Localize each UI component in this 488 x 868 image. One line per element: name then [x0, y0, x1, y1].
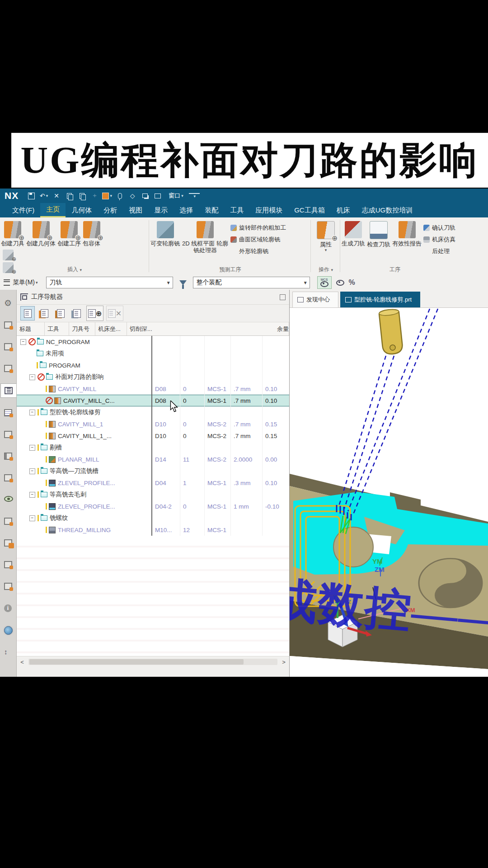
assembly-button[interactable]: [1, 318, 15, 332]
paste-icon[interactable]: [76, 191, 87, 201]
ribbon-button[interactable]: 2D 线框平面 轮廓铣处理器: [182, 221, 229, 254]
window-icon[interactable]: [152, 191, 163, 201]
column-header[interactable]: 工具: [45, 322, 69, 335]
table-row[interactable]: −补面对刀路的影响: [17, 371, 289, 383]
column-header[interactable]: 切削深...: [127, 322, 274, 335]
menu-item[interactable]: 选择: [174, 203, 199, 217]
menu-item[interactable]: 分析: [98, 203, 123, 217]
column-header[interactable]: 标题: [17, 322, 45, 335]
web-button[interactable]: [1, 623, 15, 637]
chevron-down-icon[interactable]: ▼: [166, 280, 171, 285]
ribbon-list-button[interactable]: 机床仿真: [422, 234, 455, 245]
expand-toggle[interactable]: −: [29, 410, 35, 415]
spark-button[interactable]: [1, 558, 15, 571]
graphics-viewport[interactable]: 发现中心 型腔铣-轮廓线修剪.prt: [290, 290, 488, 677]
window-menu[interactable]: 窗口: [169, 192, 180, 200]
layers-button[interactable]: [1, 471, 15, 485]
expand-button[interactable]: [1, 645, 15, 658]
operation-navigator-button[interactable]: [0, 383, 16, 398]
menu-item[interactable]: 志成UG数控培训: [356, 203, 419, 217]
machine-tool-button[interactable]: [1, 428, 15, 441]
expand-toggle[interactable]: −: [29, 374, 35, 380]
menu-item[interactable]: 主页: [40, 203, 66, 217]
menu-item[interactable]: 装配: [199, 203, 224, 217]
table-row[interactable]: −等高铣去毛刺: [17, 489, 289, 500]
save-icon[interactable]: [26, 191, 37, 201]
gesture-icon[interactable]: ◇: [127, 191, 138, 201]
table-row[interactable]: −铣螺纹: [17, 512, 289, 524]
group-label-operation[interactable]: 工序: [341, 266, 449, 274]
table-row[interactable]: ZLEVEL_PROFILE...D041MCS-1.3 mm0.10: [17, 477, 289, 489]
scrollbar-thumb[interactable]: [29, 659, 244, 665]
viewport-tab[interactable]: 发现中心: [292, 292, 338, 307]
part-button[interactable]: [1, 362, 15, 375]
filter-icon[interactable]: [179, 280, 187, 285]
ribbon-button[interactable]: 可变轮廓铣: [150, 221, 180, 247]
scroll-left-button[interactable]: <: [17, 656, 28, 667]
ribbon-button[interactable]: 创建几何体: [26, 221, 56, 247]
table-row[interactable]: 未用项: [17, 348, 289, 359]
table-row[interactable]: ZLEVEL_PROFILE...D04-20MCS-11 mm-0.10: [17, 500, 289, 512]
info-button[interactable]: [1, 601, 15, 615]
settings-button[interactable]: [1, 297, 15, 310]
column-header[interactable]: 机床坐...: [95, 322, 127, 335]
view-filter-combo[interactable]: 刀轨▼: [46, 277, 173, 288]
group-label-predict[interactable]: 预测工序: [150, 266, 311, 274]
menu-item[interactable]: 视图: [123, 203, 148, 217]
ribbon-button[interactable]: 生成刀轨: [342, 221, 365, 247]
3d-scene[interactable]: YM ZM Y: [290, 308, 488, 677]
menu-item[interactable]: 文件(F): [6, 203, 40, 217]
show-mcs-icon[interactable]: MCS: [317, 276, 332, 289]
menu-item[interactable]: 工具: [224, 203, 249, 217]
constraints-button[interactable]: [1, 340, 15, 354]
microphone-icon[interactable]: [114, 191, 125, 201]
program-order-view-button[interactable]: [20, 306, 35, 321]
machining-method-view-button[interactable]: [70, 307, 84, 320]
cascade-windows-icon[interactable]: [140, 191, 150, 201]
scrollbar-track[interactable]: [28, 659, 277, 665]
table-row[interactable]: CAVITY_MILL_C...D080MCS-1.7 mm0.10: [17, 395, 289, 406]
column-header[interactable]: 刀具号: [69, 322, 95, 335]
cut-icon[interactable]: ✕: [51, 191, 62, 201]
menu-button[interactable]: 菜单(M)▾: [4, 278, 38, 287]
press-button[interactable]: [1, 514, 15, 528]
overlap-button[interactable]: [1, 536, 15, 550]
ribbon-list-button[interactable]: 后处理: [422, 245, 455, 257]
table-row[interactable]: PLANAR_MILLD1411MCS-22.00000.00: [17, 453, 289, 465]
copy-icon[interactable]: [64, 191, 75, 201]
ribbon-list-button[interactable]: 旋转部件的粗加工: [230, 222, 286, 234]
undo-icon[interactable]: ↶▾: [38, 191, 49, 201]
group-label-action[interactable]: 操作 ▾: [311, 266, 340, 274]
table-row[interactable]: CAVITY_MILL_1D100MCS-2.7 mm0.15: [17, 418, 289, 430]
table-row[interactable]: −等高铣—刀流铣槽: [17, 465, 289, 477]
geometry-view-button[interactable]: [54, 307, 67, 320]
ribbon-list-button[interactable]: 外形轮廓铣: [230, 245, 286, 257]
expand-toggle[interactable]: −: [29, 515, 35, 521]
expand-toggle[interactable]: −: [29, 492, 35, 498]
visibility-button[interactable]: [1, 493, 15, 506]
percent-display-icon[interactable]: %: [349, 278, 355, 287]
small-body-icon[interactable]: [3, 250, 14, 260]
ribbon-button[interactable]: 有效性报告: [392, 221, 422, 247]
ribbon-list-button[interactable]: 曲面区域轮廓铣: [230, 234, 286, 245]
ribbon-button[interactable]: 创建刀具: [1, 221, 24, 247]
menu-item[interactable]: 显示: [148, 203, 174, 217]
table-row[interactable]: −剔槽: [17, 442, 289, 453]
machining-data-button[interactable]: [1, 406, 15, 420]
expand-toggle[interactable]: −: [29, 468, 35, 474]
horizontal-scrollbar[interactable]: < >: [17, 656, 289, 667]
menu-item[interactable]: 机床: [331, 203, 356, 217]
scroll-right-button[interactable]: >: [278, 656, 289, 667]
expand-toggle[interactable]: −: [20, 339, 26, 345]
inspect-button[interactable]: [1, 580, 15, 593]
menu-item[interactable]: GC工具箱: [288, 203, 331, 217]
minimize-ribbon-icon[interactable]: ▾: [189, 193, 200, 198]
ribbon-button[interactable]: 检查刀轨: [367, 221, 390, 248]
ribbon-list-button[interactable]: 确认刀轨: [422, 222, 455, 234]
undock-icon[interactable]: [280, 294, 286, 300]
viewport-tab[interactable]: 型腔铣-轮廓线修剪.prt: [340, 292, 420, 307]
table-row[interactable]: CAVITY_MILL_1_...D100MCS-2.7 mm0.15: [17, 430, 289, 442]
scope-combo[interactable]: 整个装配▼: [193, 277, 310, 288]
menu-item[interactable]: 几何体: [66, 203, 98, 217]
machine-tool-view-button[interactable]: [38, 307, 51, 320]
